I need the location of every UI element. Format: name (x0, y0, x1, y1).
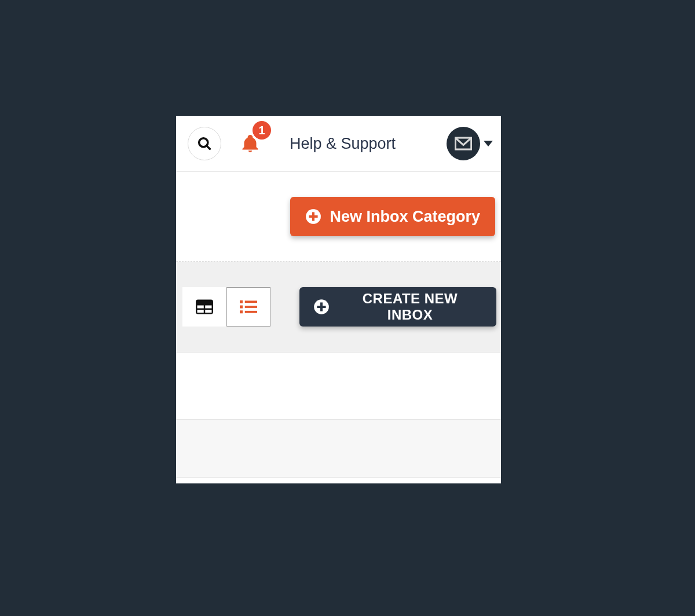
svg-rect-18 (245, 311, 257, 313)
svg-rect-13 (240, 300, 243, 303)
svg-rect-10 (205, 306, 211, 309)
view-toggle-group (182, 287, 270, 327)
chevron-down-icon (484, 141, 493, 146)
svg-rect-9 (197, 306, 204, 309)
create-new-inbox-button[interactable]: CREATE NEW INBOX (299, 287, 496, 327)
search-icon (196, 135, 213, 152)
top-bar: 1 Help & Support (176, 116, 501, 172)
list-icon (240, 299, 257, 314)
svg-rect-14 (245, 300, 257, 303)
new-inbox-category-button[interactable]: New Inbox Category (290, 197, 495, 236)
category-actions-row: New Inbox Category (176, 172, 501, 262)
avatar (447, 127, 480, 160)
empty-row (176, 420, 501, 478)
plus-circle-icon (313, 299, 330, 315)
account-menu[interactable] (447, 127, 493, 160)
mail-icon (455, 137, 472, 151)
svg-rect-12 (205, 310, 211, 313)
inbox-toolbar-row: CREATE NEW INBOX (176, 262, 501, 353)
empty-row (176, 353, 501, 420)
create-new-inbox-label: CREATE NEW INBOX (338, 291, 482, 323)
notifications-button[interactable]: 1 (239, 130, 262, 157)
svg-rect-15 (240, 306, 243, 309)
svg-rect-21 (317, 306, 325, 308)
grid-view-button[interactable] (182, 287, 226, 327)
search-button[interactable] (188, 127, 221, 160)
new-inbox-category-label: New Inbox Category (330, 208, 480, 226)
empty-row (176, 478, 501, 483)
svg-rect-7 (309, 215, 318, 218)
table-icon (196, 299, 213, 314)
list-view-button[interactable] (226, 287, 270, 327)
svg-rect-17 (240, 310, 243, 313)
plus-circle-icon (305, 208, 321, 225)
svg-rect-16 (245, 306, 257, 308)
notification-badge: 1 (253, 121, 271, 140)
svg-rect-11 (197, 310, 204, 313)
svg-line-1 (207, 146, 210, 149)
app-panel: 1 Help & Support (176, 116, 501, 483)
help-support-link[interactable]: Help & Support (290, 135, 429, 153)
